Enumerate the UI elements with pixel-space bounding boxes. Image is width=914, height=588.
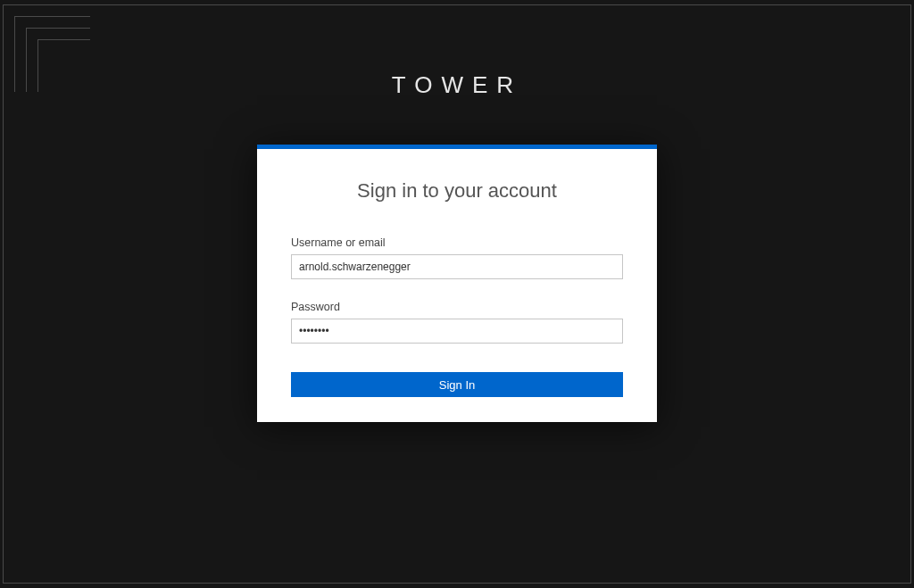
brand-title: TOWER: [0, 71, 914, 99]
username-group: Username or email: [291, 236, 623, 279]
login-card: Sign in to your account Username or emai…: [257, 145, 657, 422]
username-input[interactable]: [291, 254, 623, 279]
signin-heading: Sign in to your account: [291, 179, 623, 203]
sign-in-button[interactable]: Sign In: [291, 372, 623, 397]
username-label: Username or email: [291, 236, 623, 249]
password-label: Password: [291, 301, 623, 313]
password-group: Password: [291, 301, 623, 344]
password-input[interactable]: [291, 319, 623, 344]
